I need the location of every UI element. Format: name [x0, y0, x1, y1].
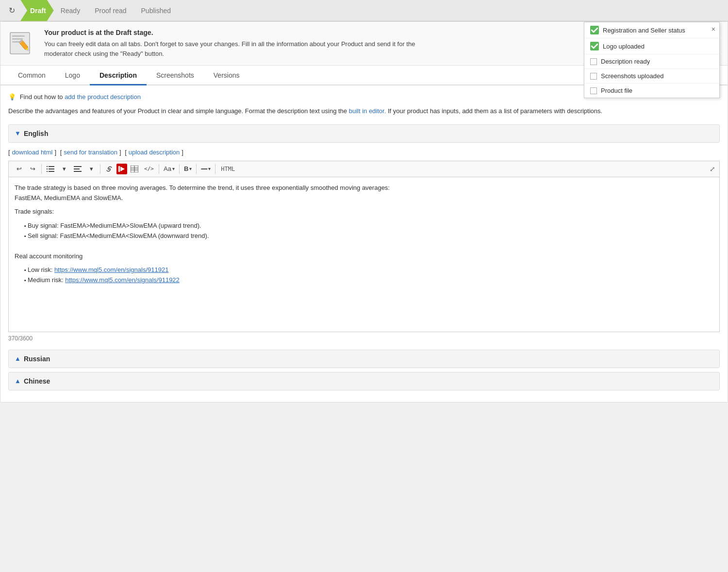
html-toggle-button[interactable]: HTML — [218, 165, 238, 173]
toolbar-divider-5 — [196, 164, 197, 174]
editor-sell-signal: Sell signal: FastEMA<MediumEMA<SlowEMA (… — [24, 231, 713, 241]
editor-buy-signal: Buy signal: FastEMA>MediumEMA>SlowEMA (u… — [24, 221, 713, 231]
list-dropdown-button[interactable]: ▾ — [58, 163, 70, 175]
checklist-item-product-file: Product file — [584, 84, 719, 98]
svg-rect-13 — [49, 168, 54, 169]
toolbar-divider-6 — [215, 164, 215, 174]
breadcrumb-step-draft[interactable]: Draft — [20, 0, 54, 21]
breadcrumb-step-proofread[interactable]: Proof read — [85, 0, 134, 21]
align-dropdown-button[interactable]: ▾ — [85, 163, 98, 175]
english-section-header[interactable]: ▼ English — [8, 124, 720, 143]
svg-rect-14 — [47, 171, 48, 172]
strikethrough-button[interactable]: — ▾ — [199, 164, 213, 173]
char-count: 370/3600 — [8, 335, 720, 342]
checklist-item-description: Description ready — [584, 54, 719, 69]
editor-real-account-label: Real account monitoring — [15, 252, 713, 262]
checklist-item-screenshots: Screenshots uploaded — [584, 69, 719, 84]
undo-button[interactable]: ↩ — [13, 163, 25, 175]
svg-rect-1 — [12, 35, 25, 37]
download-html-link[interactable]: download html — [12, 149, 53, 156]
checkbox-product-file[interactable] — [590, 87, 597, 94]
bulb-icon: 💡 — [8, 93, 16, 101]
russian-section-label: Russian — [24, 355, 50, 363]
send-for-translation-link[interactable]: send for translation — [64, 149, 117, 156]
svg-marker-20 — [120, 167, 125, 171]
svg-rect-15 — [49, 171, 54, 172]
checklist-item-logo: Logo uploaded — [584, 38, 719, 54]
add-product-description-link[interactable]: add the product description — [65, 93, 141, 101]
checkmark-icon-registration — [590, 26, 599, 34]
text-align-button[interactable] — [71, 163, 84, 175]
toolbar-divider-3 — [159, 164, 159, 174]
medium-risk-link[interactable]: https://www.mql5.com/en/signals/911922 — [65, 276, 180, 284]
checkbox-screenshots[interactable] — [590, 73, 597, 80]
low-risk-link[interactable]: https://www.mql5.com/en/signals/911921 — [54, 266, 169, 273]
chinese-arrow-icon: ▲ — [15, 377, 21, 385]
editor-content[interactable]: The trade strategy is based on three mov… — [8, 177, 720, 332]
refresh-button[interactable]: ↻ — [5, 4, 18, 17]
chinese-section-header[interactable]: ▲ Chinese — [8, 372, 720, 390]
checkbox-description[interactable] — [590, 58, 597, 65]
svg-rect-21 — [118, 166, 120, 172]
editor-line-1: The trade strategy is based on three mov… — [15, 183, 713, 203]
editor-low-risk: Low risk: https://www.mql5.com/en/signal… — [24, 265, 713, 275]
built-in-editor-link[interactable]: built in editor. — [349, 107, 386, 115]
russian-arrow-icon: ▲ — [15, 355, 21, 362]
video-button[interactable] — [116, 164, 127, 174]
breadcrumb-bar: ↻ Draft Ready Proof read Published — [0, 0, 728, 21]
svg-rect-16 — [74, 166, 82, 167]
editor-signals-list: Buy signal: FastEMA>MediumEMA>SlowEMA (u… — [15, 221, 713, 241]
checklist-close-button[interactable]: × — [711, 25, 715, 33]
intro-text: Describe the advantages and features of … — [8, 106, 720, 117]
tab-versions[interactable]: Versions — [204, 66, 249, 85]
chinese-section-label: Chinese — [24, 377, 50, 385]
editor-medium-risk: Medium risk: https://www.mql5.com/en/sig… — [24, 275, 713, 286]
russian-section-header[interactable]: ▲ Russian — [8, 350, 720, 368]
toolbar-divider-1 — [41, 164, 42, 174]
tab-logo[interactable]: Logo — [55, 66, 90, 85]
font-size-dropdown[interactable]: Aa ▾ — [162, 164, 177, 173]
breadcrumb-step-published[interactable]: Published — [132, 0, 179, 21]
english-section-label: English — [24, 130, 49, 137]
svg-rect-10 — [47, 166, 48, 167]
tab-common[interactable]: Common — [8, 66, 55, 85]
links-row: [ download html ] [ send for translation… — [8, 149, 720, 156]
svg-rect-18 — [74, 171, 82, 172]
code-button[interactable]: </> — [142, 163, 156, 175]
draft-icon — [8, 29, 37, 58]
bold-button[interactable]: B ▾ — [182, 164, 194, 173]
link-button[interactable] — [103, 163, 116, 175]
checkmark-icon-logo — [590, 42, 599, 50]
table-button[interactable] — [128, 163, 141, 175]
upload-description-link[interactable]: upload description — [129, 149, 180, 156]
svg-rect-17 — [74, 168, 80, 169]
checklist-dropdown: × Registration and Seller status Logo up… — [584, 22, 720, 98]
expand-editor-button[interactable]: ⤢ — [710, 165, 715, 173]
svg-rect-11 — [49, 166, 54, 167]
svg-line-19 — [108, 168, 110, 169]
editor-toolbar: ↩ ↪ ▾ ▾ — [8, 161, 720, 177]
info-banner: Your product is at the Draft stage. You … — [0, 22, 728, 66]
unordered-list-button[interactable] — [44, 163, 57, 175]
breadcrumb-step-ready[interactable]: Ready — [51, 0, 88, 21]
editor-trade-signals-label: Trade signals: — [15, 207, 713, 217]
tab-screenshots[interactable]: Screenshots — [147, 66, 204, 85]
toolbar-divider-4 — [179, 164, 180, 174]
tab-description[interactable]: Description — [90, 66, 147, 85]
checklist-item-registration: Registration and Seller status — [584, 22, 719, 38]
svg-rect-12 — [47, 168, 48, 169]
svg-rect-2 — [12, 38, 23, 40]
main-content: Your product is at the Draft stage. You … — [0, 21, 728, 403]
content-area: 💡 Find out how to add the product descri… — [0, 85, 728, 402]
toolbar-divider-2 — [100, 164, 100, 174]
redo-button[interactable]: ↪ — [26, 163, 39, 175]
english-arrow-icon: ▼ — [15, 130, 21, 137]
editor-monitoring-list: Low risk: https://www.mql5.com/en/signal… — [15, 265, 713, 286]
